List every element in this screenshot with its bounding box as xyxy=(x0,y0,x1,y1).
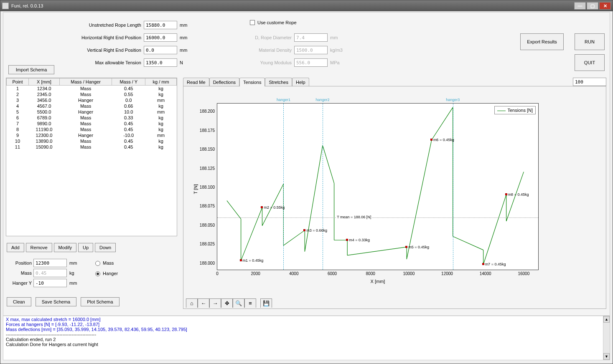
table-header[interactable]: Mass / Y xyxy=(112,78,145,86)
table-header[interactable]: Mass / Hanger xyxy=(60,78,112,86)
table-header[interactable]: kg / mm xyxy=(145,78,177,86)
tension-input[interactable] xyxy=(144,58,177,67)
table-row[interactable]: 55500.0Hanger10.0mm xyxy=(7,109,177,115)
tab-read-me[interactable]: Read Me xyxy=(183,78,209,86)
window-title: Funi, rel. 0.0.13 xyxy=(11,3,573,8)
hangery-input[interactable] xyxy=(33,279,67,287)
radio-mass[interactable] xyxy=(95,261,100,266)
y-tick: 188.125 xyxy=(200,166,215,170)
table-row[interactable]: 22345.0Mass0.55kg xyxy=(7,91,177,97)
unit-kgm3: kg/m3 xyxy=(330,48,343,53)
density-input xyxy=(294,46,328,54)
zoom-icon[interactable]: 🔍 xyxy=(233,298,244,308)
save-schema-button[interactable]: Save Schema xyxy=(36,297,76,306)
run-button[interactable]: RUN xyxy=(575,33,605,50)
x-tick: 0 xyxy=(216,271,219,276)
table-row[interactable]: 44567.0Mass0.66kg xyxy=(7,103,177,109)
save-icon[interactable]: 💾 xyxy=(260,298,272,308)
svg-line-2 xyxy=(241,207,262,260)
scroll-down-icon[interactable]: ▼ xyxy=(603,353,610,360)
modify-button[interactable]: Modify xyxy=(54,243,76,252)
unit-mm: mm xyxy=(330,35,338,40)
plot-frame[interactable]: T [N] X [mm] Tensions [N] 188.000188.025… xyxy=(217,103,539,270)
svg-line-16 xyxy=(432,107,453,140)
diameter-input xyxy=(294,33,328,42)
mass-point xyxy=(303,229,305,231)
maximize-button[interactable]: ▢ xyxy=(587,2,598,10)
points-table[interactable]: PointX [mm]Mass / HangerMass / Ykg / mm1… xyxy=(6,78,177,236)
y-tick: 188.050 xyxy=(200,222,215,227)
table-header[interactable]: Point xyxy=(7,78,29,86)
export-results-button[interactable]: Export Results xyxy=(520,33,564,50)
console-scrollbar[interactable]: ▲ ▼ xyxy=(603,316,610,360)
clean-button[interactable]: Clean xyxy=(7,297,31,306)
minimize-button[interactable]: — xyxy=(574,2,586,10)
chart-area: T [N] X [mm] Tensions [N] 188.000188.025… xyxy=(183,86,606,309)
hanger-label: hanger3 xyxy=(446,98,460,102)
pan-icon[interactable]: ✥ xyxy=(221,298,233,308)
app-icon xyxy=(2,3,9,9)
x-tick: 12000 xyxy=(441,271,453,276)
x-tick: 8000 xyxy=(366,271,375,276)
position-input[interactable] xyxy=(33,259,67,267)
table-row[interactable]: 1013890.0Mass0.45kg xyxy=(7,138,177,144)
zoom-input[interactable] xyxy=(573,78,606,86)
table-row[interactable]: 912300.0Hanger-10.0mm xyxy=(7,132,177,138)
forward-icon[interactable]: → xyxy=(209,298,221,308)
hanger-line xyxy=(283,104,284,270)
table-row[interactable]: 79890.0Mass0.45kg xyxy=(7,121,177,126)
diameter-label: D, Rope Diameter xyxy=(250,35,292,40)
y-tick: 188.025 xyxy=(200,242,215,246)
horiz-label: Horizontal Right End Position xyxy=(3,35,141,40)
console-line: Forces at hangers [N] = [-9.93, -11.22, … xyxy=(6,322,607,327)
x-tick: 4000 xyxy=(289,271,298,276)
horiz-input[interactable] xyxy=(144,33,177,42)
mass-point-label: m6 = 0.45kg xyxy=(433,138,454,142)
import-schema-button[interactable]: Import Schema xyxy=(8,65,54,74)
unstretched-input[interactable] xyxy=(144,21,177,29)
tab-help[interactable]: Help xyxy=(292,78,309,86)
hanger-label: hanger2 xyxy=(316,98,330,102)
console-line: ----------------------------------------… xyxy=(6,332,607,337)
unit-n: N xyxy=(180,60,183,65)
custom-rope-checkbox[interactable] xyxy=(250,20,255,25)
y-axis-label: T [N] xyxy=(193,184,198,194)
vert-input[interactable] xyxy=(144,46,177,54)
plot-schema-button[interactable]: Plot Schema xyxy=(81,297,119,306)
back-icon[interactable]: ← xyxy=(198,298,209,308)
mass-point-label: m1 = 0.45kg xyxy=(243,258,264,263)
console-line: X max, max calculated stretch = 16000.0 … xyxy=(6,317,607,322)
mass-input xyxy=(33,269,67,277)
unstretched-label: Unstretched Rope Length xyxy=(3,23,141,28)
table-row[interactable]: 11234.0Mass0.45kg xyxy=(7,86,177,92)
y-tick: 188.200 xyxy=(200,109,215,114)
quit-button[interactable]: QUIT xyxy=(575,54,605,71)
configure-icon[interactable]: ≡ xyxy=(244,298,256,308)
table-row[interactable]: 33456.0Hanger0.0mm xyxy=(7,97,177,103)
table-row[interactable]: 66789.0Mass0.33kg xyxy=(7,115,177,121)
up-button[interactable]: Up xyxy=(78,243,93,252)
svg-line-8 xyxy=(305,145,323,252)
table-row[interactable]: 811190.0Mass0.45kg xyxy=(7,126,177,132)
scroll-up-icon[interactable]: ▲ xyxy=(603,316,610,323)
output-console[interactable]: X max, max calculated stretch = 16000.0 … xyxy=(3,316,610,360)
remove-button[interactable]: Remove xyxy=(26,243,52,252)
tab-stretches[interactable]: Stretches xyxy=(265,78,292,86)
tab-tensions[interactable]: Tensions xyxy=(239,78,265,86)
table-row[interactable]: 1115090.0Mass0.45kg xyxy=(7,144,177,150)
radio-hanger[interactable] xyxy=(95,271,100,276)
mean-line xyxy=(217,217,538,218)
down-button[interactable]: Down xyxy=(95,243,116,252)
table-header[interactable]: X [mm] xyxy=(28,78,59,86)
svg-line-0 xyxy=(227,201,241,219)
mass-point-label: m8 = 0.45kg xyxy=(508,192,529,197)
tab-deflections[interactable]: Deflections xyxy=(209,78,239,86)
mass-point xyxy=(240,259,242,261)
home-icon[interactable]: ⌂ xyxy=(186,298,198,308)
mass-point xyxy=(261,206,263,208)
add-button[interactable]: Add xyxy=(7,243,24,252)
close-button[interactable]: ✕ xyxy=(599,2,611,10)
mass-point xyxy=(346,239,348,241)
tension-label: Max allowable Tension xyxy=(3,60,141,65)
svg-line-9 xyxy=(323,145,334,183)
